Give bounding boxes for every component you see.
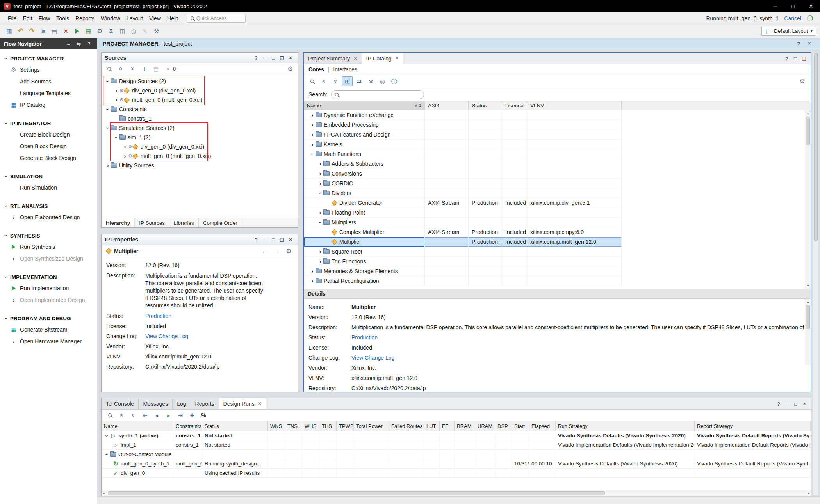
- run-row-mult-gen-0-synth-1[interactable]: ↻mult_gen_0_synth_1mult_gen_0Running syn…: [102, 459, 811, 469]
- tree-row-sim-1-2[interactable]: ›sim_1 (2): [102, 133, 298, 142]
- column-header-bram[interactable]: BRAM: [455, 421, 475, 431]
- bottom-tab-design-runs[interactable]: Design Runs✕: [219, 398, 266, 409]
- menu-window[interactable]: Window: [98, 14, 123, 23]
- cancel-link[interactable]: Cancel: [784, 15, 801, 21]
- catalog-row-dividers[interactable]: ›Dividers: [304, 188, 622, 198]
- reports-button[interactable]: Σ: [106, 26, 116, 36]
- flow-item-settings[interactable]: ⚙Settings: [0, 64, 97, 76]
- flow-item-add-sources[interactable]: Add Sources: [0, 76, 97, 87]
- help-button[interactable]: ?: [252, 53, 260, 62]
- expand-icon[interactable]: ›: [11, 297, 17, 303]
- collapse-all-button[interactable]: «: [116, 410, 127, 420]
- expand-all-button[interactable]: »: [330, 76, 341, 86]
- column-header-lut[interactable]: LUT: [424, 421, 440, 431]
- collapse-icon[interactable]: ›: [4, 232, 9, 239]
- save-button[interactable]: ▥: [4, 26, 14, 36]
- collapse-icon[interactable]: ›: [4, 55, 9, 62]
- column-header-report-strategy[interactable]: Report Strategy: [695, 421, 811, 431]
- window-maximize-button[interactable]: □: [784, 0, 802, 12]
- column-header-tns[interactable]: TNS: [285, 421, 302, 431]
- flow-section-synthesis[interactable]: ›SYNTHESIS: [0, 230, 97, 241]
- collapse-all-button[interactable]: «: [116, 64, 126, 74]
- catalog-row-trig-functions[interactable]: ›Trig Functions: [304, 257, 622, 266]
- help-button[interactable]: ?: [252, 235, 260, 244]
- close-tab-icon[interactable]: ✕: [258, 401, 262, 406]
- dock-button[interactable]: ⇆: [72, 39, 82, 49]
- catalog-row-multipliers[interactable]: ›Multipliers: [304, 218, 622, 227]
- flow-section-simulation[interactable]: ›SIMULATION: [0, 171, 97, 182]
- help-button[interactable]: ?: [774, 399, 783, 408]
- expand-icon[interactable]: ›: [317, 171, 323, 176]
- tree-row-constraints[interactable]: ›Constraints: [102, 105, 298, 114]
- maximize-button[interactable]: □: [269, 53, 278, 62]
- flow-item-run-implementation[interactable]: Run Implementation: [0, 282, 97, 294]
- expand-icon[interactable]: ›: [317, 181, 323, 186]
- menu-layout[interactable]: Layout: [123, 14, 146, 23]
- expand-icon[interactable]: ›: [317, 249, 323, 254]
- window-close-button[interactable]: ✕: [802, 0, 820, 12]
- menu-flow[interactable]: Flow: [36, 14, 53, 23]
- flow-section-rtl-analysis[interactable]: ›RTL ANALYSIS: [0, 201, 97, 211]
- flow-item-open-elaborated-design[interactable]: ›Open Elaborated Design: [0, 211, 97, 223]
- sources-tab-hierarchy[interactable]: Hierarchy: [102, 218, 135, 227]
- main-vertical-scrollbar[interactable]: [813, 52, 819, 495]
- expand-icon[interactable]: ›: [11, 215, 17, 220]
- menu-help[interactable]: Help: [164, 14, 182, 23]
- collapse-icon[interactable]: ›: [105, 125, 111, 131]
- sources-tab-compile-order[interactable]: Compile Order: [199, 218, 242, 227]
- gear-button[interactable]: ⚙: [283, 246, 294, 256]
- maximize-button[interactable]: □: [791, 399, 800, 408]
- close-button[interactable]: ✕: [804, 39, 815, 48]
- customize-button[interactable]: ⚒: [365, 76, 376, 86]
- collapse-icon[interactable]: ›: [4, 120, 9, 126]
- float-button[interactable]: ◱: [278, 53, 286, 62]
- expand-icon[interactable]: ›: [309, 122, 316, 128]
- run-row-impl-1[interactable]: ▷impl_1constrs_1Not startedVivado Implem…: [102, 440, 811, 450]
- column-header-whs[interactable]: WHS: [302, 421, 319, 431]
- maximize-button[interactable]: □: [269, 235, 278, 244]
- tree-row-utility-sources[interactable]: ›Utility Sources: [102, 161, 298, 170]
- run-row-div-gen-0[interactable]: ✓div_gen_0Using cached IP results: [102, 469, 811, 478]
- flow-item-ip-catalog[interactable]: ▦IP Catalog: [0, 99, 97, 111]
- search-button[interactable]: [307, 76, 317, 86]
- flow-section-project-manager[interactable]: ›PROJECT MANAGER: [0, 53, 97, 64]
- run-row-synth-1-active[interactable]: ›▷synth_1 (active)constrs_1Not startedVi…: [102, 431, 811, 440]
- flow-item-run-simulation[interactable]: Run Simulation: [0, 182, 97, 193]
- help-button[interactable]: ?: [783, 54, 791, 63]
- close-button[interactable]: ✕: [800, 399, 809, 408]
- menu-view[interactable]: View: [146, 14, 164, 23]
- flow-item-run-synthesis[interactable]: Run Synthesis: [0, 241, 97, 253]
- flow-item-generate-bitstream[interactable]: ▦Generate Bitstream: [0, 324, 97, 335]
- scroll-up-icon[interactable]: ▲: [805, 299, 811, 305]
- collapse-icon[interactable]: ›: [104, 433, 110, 439]
- bottom-tab-messages[interactable]: Messages: [139, 398, 173, 409]
- catalog-mode-cores[interactable]: Cores: [308, 66, 324, 73]
- maximize-button[interactable]: □: [791, 54, 800, 63]
- last-button[interactable]: ⇥: [175, 410, 185, 420]
- collapse-icon[interactable]: ›: [104, 451, 110, 458]
- close-window-button[interactable]: ✕: [61, 26, 71, 36]
- scroll-right-icon[interactable]: ▸: [808, 491, 810, 495]
- expand-icon[interactable]: ›: [317, 210, 323, 215]
- catalog-vertical-scrollbar[interactable]: ▲ ▼: [805, 110, 811, 289]
- collapse-icon[interactable]: ›: [4, 203, 9, 209]
- expand-icon[interactable]: ›: [309, 278, 316, 284]
- layout-button[interactable]: ◫: [117, 26, 128, 36]
- paste-button[interactable]: ▤: [49, 26, 60, 36]
- expand-icon[interactable]: ›: [309, 112, 316, 118]
- redo-button[interactable]: ↷: [27, 26, 37, 36]
- collapse-icon[interactable]: ›: [105, 106, 111, 112]
- collapse-icon[interactable]: ›: [105, 78, 111, 84]
- collapse-icon[interactable]: ›: [4, 173, 9, 179]
- flow-section-program-and-debug[interactable]: ›PROGRAM AND DEBUG: [0, 313, 97, 324]
- catalog-row-conversions[interactable]: ›Conversions: [304, 169, 622, 179]
- collapse-all-button[interactable]: «: [319, 76, 329, 86]
- menu-reports[interactable]: Reports: [72, 14, 98, 23]
- catalog-mode-interfaces[interactable]: Interfaces: [333, 66, 357, 73]
- expand-all-button[interactable]: »: [127, 64, 138, 74]
- flow-section-ip-integrator[interactable]: ›IP INTEGRATOR: [0, 118, 97, 129]
- tree-row-simulation-sources-2[interactable]: ›Simulation Sources (2): [102, 123, 298, 133]
- close-button[interactable]: ✕: [286, 235, 295, 244]
- expand-icon[interactable]: ›: [309, 132, 316, 137]
- expand-icon[interactable]: ›: [309, 142, 316, 147]
